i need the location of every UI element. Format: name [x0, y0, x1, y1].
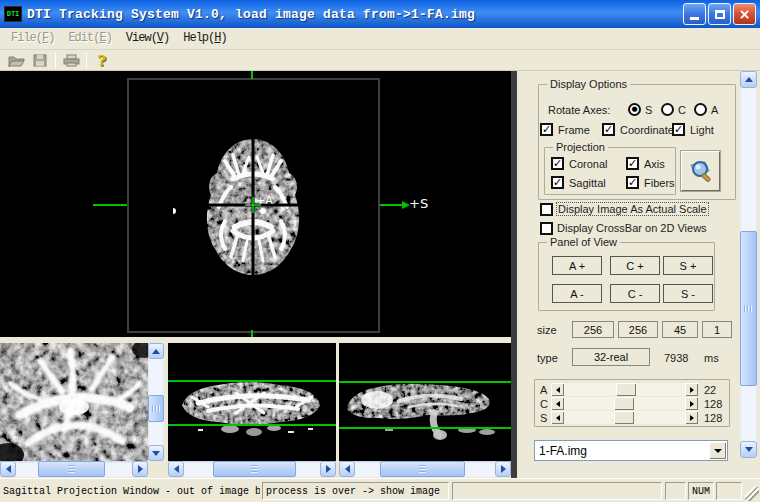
radio-label-c: C — [678, 104, 686, 116]
scroll-right-button[interactable] — [495, 461, 511, 477]
axial-panel-vscrollbar[interactable] — [148, 343, 164, 461]
control-panel-vscrollbar[interactable] — [740, 71, 757, 458]
slider-right-button[interactable] — [685, 383, 698, 396]
coronal-2d-image — [168, 343, 336, 461]
right-arrow-icon — [690, 387, 694, 393]
slider-track-c[interactable] — [564, 397, 685, 410]
c-minus-button[interactable]: C - — [610, 284, 660, 303]
scroll-up-button[interactable] — [148, 343, 164, 359]
vscroll-thumb[interactable] — [148, 395, 164, 422]
slider-right-button[interactable] — [685, 397, 698, 410]
help-button[interactable]: ? — [90, 51, 114, 70]
menu-edit: Edit(E) — [61, 29, 118, 48]
scroll-right-button[interactable] — [132, 461, 148, 477]
size-z-value: 45 — [662, 321, 698, 338]
slider-right-button[interactable] — [685, 411, 698, 424]
frame-checkbox[interactable]: ✓ — [540, 123, 553, 136]
slider-track-s[interactable] — [564, 411, 685, 424]
save-button — [28, 51, 52, 70]
radio-rotate-c[interactable] — [661, 103, 674, 116]
hscroll-thumb[interactable] — [380, 461, 465, 477]
time-value: 7938 — [664, 352, 688, 364]
slider-left-button[interactable] — [551, 397, 564, 410]
group-title: Projection — [553, 141, 608, 153]
image-file-combobox[interactable]: 1-FA.img — [534, 440, 728, 461]
slider-row-s: S 128 — [540, 411, 722, 424]
down-arrow-icon — [714, 449, 722, 453]
scroll-down-button[interactable] — [740, 441, 757, 458]
vscroll-thumb[interactable] — [740, 231, 757, 386]
sagittal-panel-hscrollbar[interactable] — [339, 461, 511, 477]
size-y-value: 256 — [618, 321, 658, 338]
sagittal-checkbox[interactable]: ✓ — [551, 176, 564, 189]
toolbar-separator — [55, 53, 56, 68]
c-plus-button[interactable]: C + — [610, 256, 660, 275]
close-icon: × — [739, 7, 751, 21]
coronal-2d-panel[interactable] — [168, 343, 336, 461]
slider-label-s: S — [540, 412, 551, 424]
scroll-left-button[interactable] — [168, 461, 184, 477]
status-bar: Sagittal Projection Window - out of imag… — [0, 478, 760, 502]
status-pane-cap — [665, 482, 686, 500]
crossbar-label: Display CrossBar on 2D Views — [557, 222, 707, 234]
hscroll-thumb[interactable] — [213, 461, 296, 477]
group-title: Display Options — [547, 78, 630, 90]
coronal-panel-hscrollbar[interactable] — [168, 461, 336, 477]
crossbar-checkbox[interactable] — [540, 222, 553, 235]
hscroll-thumb[interactable] — [38, 461, 105, 477]
fibers-label: Fibers — [644, 177, 675, 189]
axis-checkbox[interactable]: ✓ — [626, 157, 639, 170]
status-pane-num: NUM — [688, 482, 714, 500]
scroll-left-button[interactable] — [0, 461, 16, 477]
slider-left-button[interactable] — [551, 411, 564, 424]
slice-marker-line — [168, 424, 336, 426]
a-minus-button[interactable]: A - — [552, 284, 602, 303]
close-button[interactable]: × — [733, 3, 756, 25]
maximize-button[interactable] — [708, 3, 731, 25]
rotate-axes-label: Rotate Axes: — [548, 104, 610, 116]
radio-label-s: S — [645, 104, 652, 116]
slider-value-s: 128 — [704, 412, 722, 424]
minimize-button[interactable] — [683, 3, 706, 25]
axial-panel-hscrollbar[interactable] — [0, 461, 148, 477]
main-3d-view[interactable]: +S +A — [0, 71, 511, 337]
sagittal-2d-panel[interactable] — [339, 343, 511, 461]
scroll-right-button[interactable] — [320, 461, 336, 477]
zoom-tool-button[interactable] — [681, 151, 720, 191]
coronal-checkbox[interactable]: ✓ — [551, 157, 564, 170]
menu-view[interactable]: View(V) — [119, 29, 176, 48]
light-checkbox[interactable]: ✓ — [672, 123, 685, 136]
fibers-checkbox[interactable]: ✓ — [626, 176, 639, 189]
slider-track-a[interactable] — [564, 383, 685, 396]
save-floppy-icon — [33, 54, 47, 67]
coordinate-label: Coordinate — [620, 124, 674, 136]
coordinate-checkbox[interactable]: ✓ — [602, 123, 615, 136]
down-arrow-icon — [152, 451, 160, 456]
a-plus-button[interactable]: A + — [552, 256, 602, 275]
resize-grip[interactable] — [745, 487, 759, 501]
axial-2d-panel[interactable] — [0, 343, 148, 461]
s-plus-button[interactable]: S + — [663, 256, 713, 275]
menu-help[interactable]: Help(H) — [176, 29, 233, 48]
slider-thumb-a[interactable] — [616, 383, 636, 396]
toolbar-separator — [86, 53, 87, 68]
combobox-dropdown-button[interactable] — [709, 442, 726, 459]
group-title: Panel of View — [547, 236, 620, 248]
slider-thumb-s[interactable] — [614, 411, 634, 424]
s-minus-button[interactable]: S - — [663, 284, 713, 303]
scroll-down-button[interactable] — [148, 445, 164, 461]
minimize-icon — [690, 17, 699, 20]
radio-rotate-a[interactable] — [694, 103, 707, 116]
left-arrow-icon — [556, 401, 560, 407]
scroll-corner — [148, 461, 165, 477]
slider-thumb-c[interactable] — [614, 397, 634, 410]
scroll-left-button[interactable] — [339, 461, 355, 477]
radio-rotate-s[interactable]: ● — [628, 103, 641, 116]
title-bar: DTI DTI Tracking System V1.0, load image… — [0, 0, 760, 28]
actual-scale-checkbox[interactable] — [540, 203, 553, 216]
scroll-up-button[interactable] — [740, 71, 757, 88]
slider-row-a: A 22 — [540, 383, 716, 396]
slider-value-c: 128 — [704, 398, 722, 410]
left-arrow-icon — [556, 415, 560, 421]
slider-left-button[interactable] — [551, 383, 564, 396]
